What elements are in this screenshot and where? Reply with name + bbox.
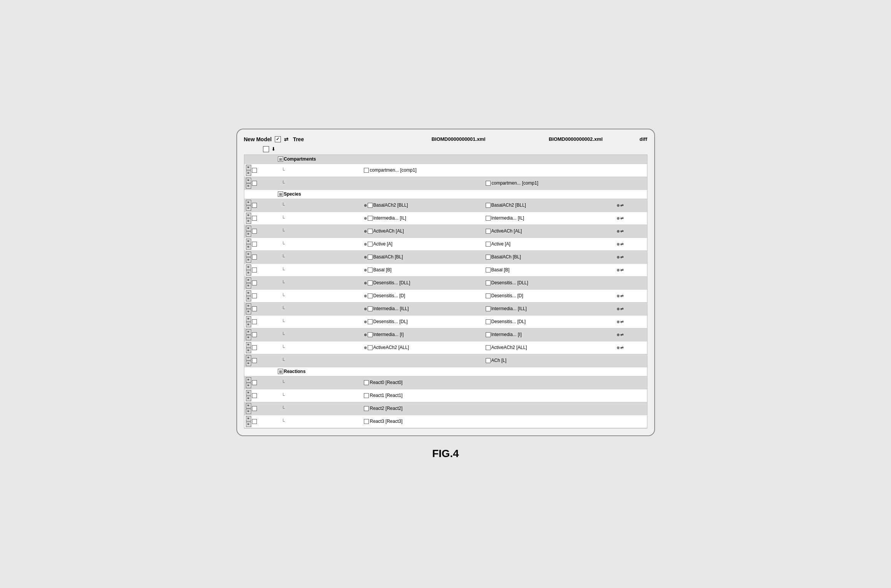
sp6-file1-cb[interactable] [368, 280, 373, 285]
rx-action-2b[interactable]: ≋ [246, 396, 251, 401]
rx-action-2a[interactable]: ≋ [246, 390, 251, 395]
sp1-file1-cb[interactable] [368, 216, 373, 221]
rx-action-1b[interactable]: ≋ [246, 383, 251, 388]
rx3-file1-cb[interactable] [364, 419, 369, 424]
sp4-file2-cb[interactable] [486, 255, 491, 260]
sp7-arrows-right: ⇄ [620, 294, 623, 298]
sp3-file2-cb[interactable] [486, 242, 491, 247]
sp-action-7a[interactable]: ≋ [246, 277, 251, 283]
sp-action-13a[interactable]: ≋ [246, 355, 251, 360]
sp11-file2-cb[interactable] [486, 345, 491, 350]
expand-compartments[interactable]: ⊞ [278, 156, 283, 162]
sp-action-9b[interactable]: ≋ [246, 309, 251, 314]
sp9-arrows-right: ⇄ [620, 320, 623, 324]
species-row-6: ≋ ≋ └ ⊕ Desensitis... [DLL] Desensitis..… [244, 277, 647, 290]
sp2-file2-cb[interactable] [486, 229, 491, 234]
sp-action-1b[interactable]: ≋ [246, 206, 251, 211]
toolbar-checkbox-2[interactable] [263, 146, 269, 152]
file2-checkbox-comp[interactable] [486, 181, 491, 186]
sp2-file1-cb[interactable] [368, 229, 373, 234]
sp-checkbox-12[interactable] [252, 358, 257, 363]
sp-action-10a[interactable]: ≋ [246, 316, 251, 322]
sp5-file1-cb[interactable] [368, 268, 373, 272]
sp-checkbox-9[interactable] [252, 319, 257, 324]
sp-action-13b[interactable]: ≋ [246, 361, 251, 366]
rx0-file1-cb[interactable] [364, 380, 369, 385]
sp8-file1-cb[interactable] [368, 306, 373, 311]
sp-action-5a[interactable]: ≋ [246, 252, 251, 257]
rx-checkbox-1[interactable] [252, 393, 257, 398]
sp-action-12a[interactable]: ≋ [246, 342, 251, 347]
sp-checkbox-8[interactable] [252, 306, 257, 311]
expand-reactions[interactable]: ⊞ [278, 369, 283, 374]
sp1-file2-cb[interactable] [486, 216, 491, 221]
rx-action-4a[interactable]: ≋ [246, 416, 251, 421]
sp0-file2-cb[interactable] [486, 203, 491, 208]
sp-checkbox-6[interactable] [252, 280, 257, 285]
rx2-file1-cb[interactable] [364, 406, 369, 411]
sp9-file2-cb[interactable] [486, 319, 491, 324]
sp1-file2: Intermedia... [IL] [491, 215, 524, 221]
comp1-file1: compartmen... [comp1] [370, 167, 417, 173]
sp-checkbox-10[interactable] [252, 332, 257, 337]
sp-action-6b[interactable]: ≋ [246, 270, 251, 276]
sp11-file1-cb[interactable] [368, 345, 373, 350]
sp-action-3b[interactable]: ≋ [246, 231, 251, 237]
file1-checkbox[interactable] [364, 168, 369, 173]
sp10-file2-cb[interactable] [486, 332, 491, 337]
sp-checkbox-5[interactable] [252, 268, 257, 272]
action-icon-2[interactable]: ≋ [246, 171, 251, 176]
sp0-file1-cb[interactable] [368, 203, 373, 208]
rx-checkbox-3[interactable] [252, 419, 257, 424]
row-checkbox-2[interactable] [252, 181, 257, 186]
sp-action-11a[interactable]: ≋ [246, 329, 251, 335]
action-icon-4[interactable]: ≋ [246, 183, 251, 189]
sp10-file1-cb[interactable] [368, 332, 373, 337]
sp5-file2-cb[interactable] [486, 268, 491, 272]
rx-action-4b[interactable]: ≋ [246, 422, 251, 427]
sp-action-4a[interactable]: ≋ [246, 239, 251, 244]
sp-checkbox-1[interactable] [252, 216, 257, 221]
toolbar-checkbox-1[interactable]: ✓ [275, 136, 281, 142]
sp-action-12b[interactable]: ≋ [246, 348, 251, 353]
rx-action-3b[interactable]: ≋ [246, 409, 251, 414]
sp7-file2: Desensitis... [D] [491, 293, 523, 298]
row-checkbox[interactable] [252, 168, 257, 173]
sp7-file1-cb[interactable] [368, 293, 373, 298]
sp-action-8b[interactable]: ≋ [246, 296, 251, 301]
sp-action-10b[interactable]: ≋ [246, 322, 251, 327]
sp-checkbox-11[interactable] [252, 345, 257, 350]
sp-action-5b[interactable]: ≋ [246, 257, 251, 263]
rx-action-3a[interactable]: ≋ [246, 403, 251, 408]
sp9-file1-cb[interactable] [368, 319, 373, 324]
expand-species[interactable]: ⊞ [278, 191, 283, 197]
sp-action-6a[interactable]: ≋ [246, 265, 251, 270]
compartment-row-2: ≋ ≋ └ compartmen... [comp1] [244, 177, 647, 190]
sp-checkbox-3[interactable] [252, 242, 257, 247]
action-icon-3[interactable]: ≋ [246, 178, 251, 183]
action-icon-1[interactable]: ≋ [246, 165, 251, 170]
sp-checkbox-4[interactable] [252, 255, 257, 260]
rx-checkbox-2[interactable] [252, 406, 257, 411]
rx-action-1a[interactable]: ≋ [246, 377, 251, 382]
sp12-file2-cb[interactable] [486, 358, 491, 363]
sp-checkbox-0[interactable] [252, 203, 257, 208]
sp4-file1-cb[interactable] [368, 255, 373, 260]
sp-action-9a[interactable]: ≋ [246, 303, 251, 309]
sp-action-2b[interactable]: ≋ [246, 218, 251, 224]
sp-action-2a[interactable]: ≋ [246, 213, 251, 218]
sp-checkbox-2[interactable] [252, 229, 257, 234]
sp6-file2-cb[interactable] [486, 280, 491, 285]
sp-action-11b[interactable]: ≋ [246, 335, 251, 340]
sp-action-4b[interactable]: ≋ [246, 244, 251, 250]
sp-checkbox-7[interactable] [252, 293, 257, 298]
sp-action-8a[interactable]: ≋ [246, 290, 251, 296]
sp-action-3a[interactable]: ≋ [246, 226, 251, 231]
sp-action-7b[interactable]: ≋ [246, 283, 251, 288]
rx1-file1-cb[interactable] [364, 393, 369, 398]
sp8-file2-cb[interactable] [486, 306, 491, 311]
sp7-file2-cb[interactable] [486, 293, 491, 298]
sp3-file1-cb[interactable] [368, 242, 373, 247]
sp-action-1a[interactable]: ≋ [246, 200, 251, 205]
rx-checkbox-0[interactable] [252, 380, 257, 385]
